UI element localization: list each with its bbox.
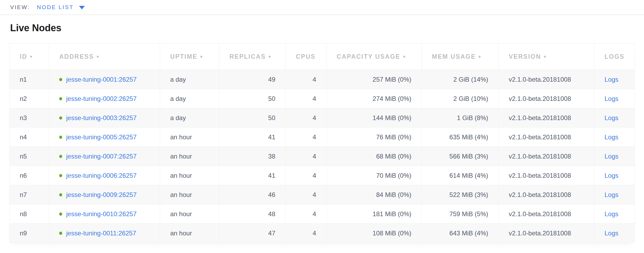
cell-id: n1 [10,70,49,89]
table-row: n8jesse-tuning-0010:26257an hour484181 M… [10,204,635,224]
cell-capacity: 68 MiB (0%) [327,147,422,166]
cell-uptime: a day [160,70,219,89]
cell-capacity: 76 MiB (0%) [327,128,422,147]
cell-replicas: 41 [219,166,286,185]
sort-desc-icon: ▼ [268,54,272,59]
cell-mem: 1 GiB (8%) [422,108,499,128]
cell-id: n4 [10,128,49,147]
cell-replicas: 50 [219,108,286,128]
cell-replicas: 38 [219,147,286,166]
node-address-link[interactable]: jesse-tuning-0007:26257 [66,153,137,160]
node-address-link[interactable]: jesse-tuning-0009:26257 [66,191,137,198]
cell-uptime: a day [160,89,219,108]
cell-id: n6 [10,166,49,185]
cell-id: n8 [10,204,49,224]
cell-uptime: an hour [160,224,219,243]
sort-desc-icon: ▼ [29,54,33,59]
cell-uptime: an hour [160,204,219,224]
column-header-address[interactable]: ADDRESS▼ [49,44,160,70]
logs-link[interactable]: Logs [605,95,618,102]
column-header-uptime[interactable]: UPTIME▼ [160,44,219,70]
node-address-link[interactable]: jesse-tuning-0010:26257 [66,210,137,218]
cell-mem: 614 MiB (4%) [422,166,499,185]
cell-address: jesse-tuning-0011:26257 [49,224,160,243]
cell-id: n7 [10,185,49,204]
column-header-id[interactable]: ID▼ [10,44,49,70]
logs-link[interactable]: Logs [605,153,618,160]
node-healthy-dot-icon [59,136,62,139]
cell-mem: 566 MiB (3%) [422,147,499,166]
logs-link[interactable]: Logs [605,210,618,218]
node-healthy-dot-icon [59,212,62,216]
node-address-link[interactable]: jesse-tuning-0011:26257 [66,230,136,237]
column-header-mem[interactable]: MEM USAGE▼ [422,44,499,70]
cell-capacity: 144 MiB (0%) [327,108,422,128]
cell-capacity: 108 MiB (0%) [327,224,422,243]
logs-link[interactable]: Logs [605,172,618,179]
node-address-link[interactable]: jesse-tuning-0006:26257 [66,172,137,179]
cell-id: n2 [10,89,49,108]
cell-logs: Logs [594,185,635,204]
cell-capacity: 257 MiB (0%) [327,70,422,89]
node-healthy-dot-icon [59,155,62,158]
view-mode-dropdown[interactable]: NODE LIST [37,4,85,10]
column-header-label: CPUS [296,53,316,60]
column-header-replicas[interactable]: REPLICAS▼ [219,44,286,70]
logs-link[interactable]: Logs [605,114,618,121]
column-header-version[interactable]: VERSION▼ [499,44,594,70]
cell-logs: Logs [594,147,635,166]
cell-cpus: 4 [286,89,327,108]
view-mode-selected: NODE LIST [37,4,74,10]
cell-cpus: 4 [286,70,327,89]
column-header-label: LOGS [605,53,625,60]
cell-logs: Logs [594,70,635,89]
node-healthy-dot-icon [59,174,62,177]
table-row: n5jesse-tuning-0007:26257an hour38468 Mi… [10,147,635,166]
column-header-capacity[interactable]: CAPACITY USAGE▼ [327,44,422,70]
table-body: n1jesse-tuning-0001:26257a day494257 MiB… [10,70,635,243]
cell-address: jesse-tuning-0003:26257 [49,108,160,128]
cell-capacity: 274 MiB (0%) [327,89,422,108]
cell-id: n5 [10,147,49,166]
cell-uptime: a day [160,108,219,128]
node-address-link[interactable]: jesse-tuning-0002:26257 [66,95,137,102]
node-address-link[interactable]: jesse-tuning-0001:26257 [66,76,137,83]
node-address-link[interactable]: jesse-tuning-0005:26257 [66,133,137,141]
cell-mem: 2 GiB (10%) [422,89,499,108]
caret-down-icon [79,6,85,9]
cell-capacity: 70 MiB (0%) [327,166,422,185]
live-nodes-table-container: ID▼ADDRESS▼UPTIME▼REPLICAS▼CPUSCAPACITY … [9,44,635,243]
sort-desc-icon: ▼ [543,54,547,59]
view-bar: VIEW: NODE LIST [0,0,644,15]
node-healthy-dot-icon [59,116,62,120]
cell-version: v2.1.0-beta.20181008 [499,128,594,147]
cell-mem: 643 MiB (4%) [422,224,499,243]
cell-address: jesse-tuning-0005:26257 [49,128,160,147]
sort-desc-icon: ▼ [478,54,482,59]
cell-uptime: an hour [160,185,219,204]
view-label: VIEW: [10,4,30,10]
logs-link[interactable]: Logs [605,133,618,141]
cell-logs: Logs [594,108,635,128]
cell-uptime: an hour [160,166,219,185]
logs-link[interactable]: Logs [605,230,618,237]
cell-version: v2.1.0-beta.20181008 [499,166,594,185]
cell-address: jesse-tuning-0010:26257 [49,204,160,224]
cell-replicas: 41 [219,128,286,147]
cell-cpus: 4 [286,147,327,166]
node-healthy-dot-icon [59,193,62,196]
logs-link[interactable]: Logs [605,191,618,198]
node-address-link[interactable]: jesse-tuning-0003:26257 [66,114,137,121]
table-row: n6jesse-tuning-0006:26257an hour41470 Mi… [10,166,635,185]
table-header-row: ID▼ADDRESS▼UPTIME▼REPLICAS▼CPUSCAPACITY … [10,44,635,70]
cell-address: jesse-tuning-0001:26257 [49,70,160,89]
column-header-logs: LOGS [594,44,635,70]
cell-version: v2.1.0-beta.20181008 [499,147,594,166]
column-header-label: ID [20,53,27,60]
logs-link[interactable]: Logs [605,76,618,83]
cell-replicas: 48 [219,204,286,224]
cell-replicas: 50 [219,89,286,108]
table-row: n7jesse-tuning-0009:26257an hour46484 Mi… [10,185,635,204]
column-header-cpus: CPUS [286,44,327,70]
table-row: n3jesse-tuning-0003:26257a day504144 MiB… [10,108,635,128]
